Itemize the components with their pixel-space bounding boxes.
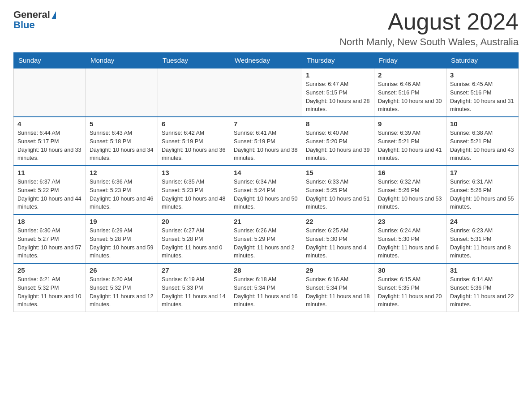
calendar-cell: 5Sunrise: 6:43 AM Sunset: 5:18 PM Daylig… [86,117,158,166]
calendar-cell: 21Sunrise: 6:26 AM Sunset: 5:29 PM Dayli… [230,214,302,263]
logo: General Blue [13,9,56,31]
sun-info: Sunrise: 6:43 AM Sunset: 5:18 PM Dayligh… [90,129,154,163]
sun-info: Sunrise: 6:33 AM Sunset: 5:25 PM Dayligh… [306,178,370,211]
weekday-header-monday: Monday [86,53,158,68]
calendar-week-row: 4Sunrise: 6:44 AM Sunset: 5:17 PM Daylig… [14,117,519,166]
sun-info: Sunrise: 6:27 AM Sunset: 5:28 PM Dayligh… [162,227,226,260]
sun-info: Sunrise: 6:40 AM Sunset: 5:20 PM Dayligh… [306,129,370,163]
calendar-cell [230,68,302,117]
sun-info: Sunrise: 6:42 AM Sunset: 5:19 PM Dayligh… [162,129,226,163]
sun-info: Sunrise: 6:46 AM Sunset: 5:16 PM Dayligh… [378,80,442,114]
calendar-cell: 8Sunrise: 6:40 AM Sunset: 5:20 PM Daylig… [302,117,374,166]
calendar-cell: 7Sunrise: 6:41 AM Sunset: 5:19 PM Daylig… [230,117,302,166]
sun-info: Sunrise: 6:31 AM Sunset: 5:26 PM Dayligh… [450,178,515,211]
day-number: 2 [378,71,442,79]
sun-info: Sunrise: 6:39 AM Sunset: 5:21 PM Dayligh… [378,129,442,163]
weekday-header-saturday: Saturday [446,53,519,68]
calendar-week-row: 1Sunrise: 6:47 AM Sunset: 5:15 PM Daylig… [14,68,519,117]
day-number: 24 [450,218,515,225]
day-number: 3 [450,71,515,79]
day-number: 30 [378,266,442,274]
day-number: 5 [90,120,154,128]
day-number: 12 [90,169,154,176]
day-number: 4 [17,120,82,128]
day-number: 6 [162,120,226,128]
calendar-header-row: SundayMondayTuesdayWednesdayThursdayFrid… [14,53,519,68]
calendar-week-row: 25Sunrise: 6:21 AM Sunset: 5:32 PM Dayli… [14,263,519,312]
sun-info: Sunrise: 6:30 AM Sunset: 5:27 PM Dayligh… [17,227,82,260]
sun-info: Sunrise: 6:41 AM Sunset: 5:19 PM Dayligh… [234,129,298,163]
weekday-header-sunday: Sunday [14,53,86,68]
calendar-cell [14,68,86,117]
page-header: General Blue August 2024 North Manly, Ne… [13,9,519,48]
day-number: 18 [17,218,82,225]
sun-info: Sunrise: 6:35 AM Sunset: 5:23 PM Dayligh… [162,178,226,211]
day-number: 29 [306,266,370,274]
sun-info: Sunrise: 6:47 AM Sunset: 5:15 PM Dayligh… [306,80,370,114]
day-number: 16 [378,169,442,176]
sun-info: Sunrise: 6:21 AM Sunset: 5:32 PM Dayligh… [17,275,82,309]
title-section: August 2024 North Manly, New South Wales… [339,9,519,48]
calendar-cell: 17Sunrise: 6:31 AM Sunset: 5:26 PM Dayli… [446,166,519,214]
sun-info: Sunrise: 6:29 AM Sunset: 5:28 PM Dayligh… [90,227,154,260]
sun-info: Sunrise: 6:37 AM Sunset: 5:22 PM Dayligh… [17,178,82,211]
day-number: 28 [234,266,298,274]
weekday-header-thursday: Thursday [302,53,374,68]
calendar-cell: 12Sunrise: 6:36 AM Sunset: 5:23 PM Dayli… [86,166,158,214]
sun-info: Sunrise: 6:18 AM Sunset: 5:34 PM Dayligh… [234,275,298,309]
calendar-cell: 26Sunrise: 6:20 AM Sunset: 5:32 PM Dayli… [86,263,158,312]
month-title: August 2024 [339,9,519,34]
calendar-cell: 18Sunrise: 6:30 AM Sunset: 5:27 PM Dayli… [14,214,86,263]
calendar-cell: 16Sunrise: 6:32 AM Sunset: 5:26 PM Dayli… [374,166,446,214]
day-number: 23 [378,218,442,225]
sun-info: Sunrise: 6:19 AM Sunset: 5:33 PM Dayligh… [162,275,226,309]
calendar-cell: 31Sunrise: 6:14 AM Sunset: 5:36 PM Dayli… [446,263,519,312]
calendar-cell [86,68,158,117]
day-number: 1 [306,71,370,79]
sun-info: Sunrise: 6:32 AM Sunset: 5:26 PM Dayligh… [378,178,442,211]
sun-info: Sunrise: 6:34 AM Sunset: 5:24 PM Dayligh… [234,178,298,211]
calendar-cell: 29Sunrise: 6:16 AM Sunset: 5:34 PM Dayli… [302,263,374,312]
calendar-cell: 23Sunrise: 6:24 AM Sunset: 5:30 PM Dayli… [374,214,446,263]
sun-info: Sunrise: 6:15 AM Sunset: 5:35 PM Dayligh… [378,275,442,309]
calendar-cell: 6Sunrise: 6:42 AM Sunset: 5:19 PM Daylig… [158,117,230,166]
day-number: 11 [17,169,82,176]
calendar-cell: 24Sunrise: 6:23 AM Sunset: 5:31 PM Dayli… [446,214,519,263]
day-number: 27 [162,266,226,274]
weekday-header-tuesday: Tuesday [158,53,230,68]
day-number: 8 [306,120,370,128]
calendar-cell: 20Sunrise: 6:27 AM Sunset: 5:28 PM Dayli… [158,214,230,263]
logo-blue: Blue [13,19,35,31]
calendar-cell: 30Sunrise: 6:15 AM Sunset: 5:35 PM Dayli… [374,263,446,312]
day-number: 17 [450,169,515,176]
calendar-cell: 28Sunrise: 6:18 AM Sunset: 5:34 PM Dayli… [230,263,302,312]
day-number: 13 [162,169,226,176]
weekday-header-friday: Friday [374,53,446,68]
calendar-cell: 3Sunrise: 6:45 AM Sunset: 5:16 PM Daylig… [446,68,519,117]
calendar-week-row: 18Sunrise: 6:30 AM Sunset: 5:27 PM Dayli… [14,214,519,263]
day-number: 10 [450,120,515,128]
calendar-cell: 22Sunrise: 6:25 AM Sunset: 5:30 PM Dayli… [302,214,374,263]
calendar-cell: 4Sunrise: 6:44 AM Sunset: 5:17 PM Daylig… [14,117,86,166]
sun-info: Sunrise: 6:25 AM Sunset: 5:30 PM Dayligh… [306,227,370,260]
day-number: 15 [306,169,370,176]
day-number: 20 [162,218,226,225]
calendar-cell: 11Sunrise: 6:37 AM Sunset: 5:22 PM Dayli… [14,166,86,214]
sun-info: Sunrise: 6:24 AM Sunset: 5:30 PM Dayligh… [378,227,442,260]
calendar-cell: 10Sunrise: 6:38 AM Sunset: 5:21 PM Dayli… [446,117,519,166]
day-number: 14 [234,169,298,176]
calendar-cell: 2Sunrise: 6:46 AM Sunset: 5:16 PM Daylig… [374,68,446,117]
sun-info: Sunrise: 6:23 AM Sunset: 5:31 PM Dayligh… [450,227,515,260]
logo-triangle-icon [51,11,56,19]
day-number: 22 [306,218,370,225]
calendar-cell: 27Sunrise: 6:19 AM Sunset: 5:33 PM Dayli… [158,263,230,312]
calendar-cell: 9Sunrise: 6:39 AM Sunset: 5:21 PM Daylig… [374,117,446,166]
weekday-header-wednesday: Wednesday [230,53,302,68]
calendar-cell: 1Sunrise: 6:47 AM Sunset: 5:15 PM Daylig… [302,68,374,117]
day-number: 25 [17,266,82,274]
day-number: 21 [234,218,298,225]
sun-info: Sunrise: 6:14 AM Sunset: 5:36 PM Dayligh… [450,275,515,309]
sun-info: Sunrise: 6:26 AM Sunset: 5:29 PM Dayligh… [234,227,298,260]
calendar-cell [158,68,230,117]
calendar-week-row: 11Sunrise: 6:37 AM Sunset: 5:22 PM Dayli… [14,166,519,214]
